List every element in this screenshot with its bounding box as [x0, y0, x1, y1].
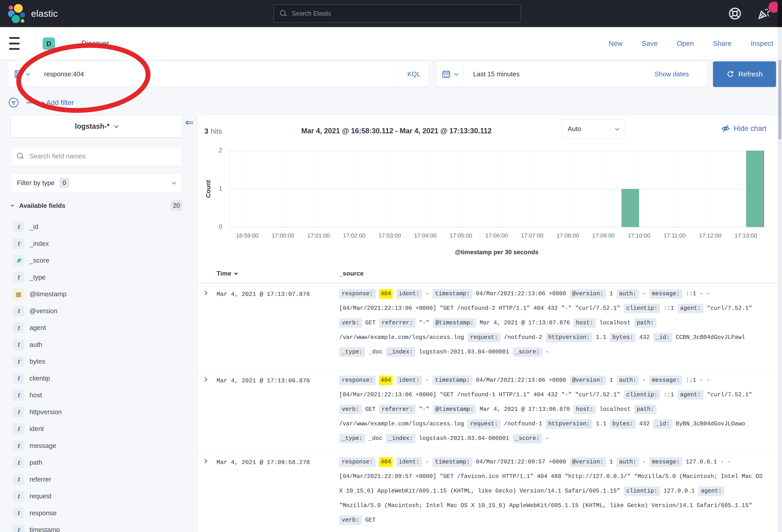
field-list-item[interactable]: t httpversion — [0, 404, 198, 421]
field-list-item[interactable]: t path — [0, 454, 198, 471]
field-name: bytes — [30, 358, 45, 365]
source-token: localhost — [599, 406, 631, 413]
field-list-item[interactable]: t @version — [0, 303, 198, 319]
save-query-icon — [14, 70, 23, 78]
filter-by-type[interactable]: Filter by type 0 — [10, 173, 182, 193]
field-type-icon: t — [13, 524, 24, 532]
page-title: Discover — [81, 39, 109, 48]
source-token: bytes: — [610, 333, 636, 342]
field-search-input[interactable] — [24, 152, 182, 160]
global-search[interactable] — [274, 4, 521, 23]
query-bar[interactable]: KQL — [8, 61, 429, 87]
field-type-icon: t — [13, 339, 24, 350]
field-list-item[interactable]: t request — [0, 488, 198, 505]
source-token: @timestamp: — [433, 405, 476, 414]
action-link[interactable]: Inspect — [751, 39, 773, 47]
source-token: _id: — [653, 333, 672, 342]
histogram-plot[interactable] — [229, 151, 764, 227]
filter-icon[interactable] — [8, 97, 19, 108]
x-axis-tick-label: 17:09:00 — [592, 232, 615, 239]
field-list-item[interactable]: t referrer — [0, 471, 198, 488]
expand-row-icon[interactable] — [204, 378, 207, 382]
field-list-item[interactable]: t timestamp — [0, 522, 198, 532]
expand-row-icon[interactable] — [204, 460, 207, 463]
hide-chart-button[interactable]: Hide chart — [721, 124, 767, 133]
time-range-value[interactable]: Last 15 minutes — [464, 70, 654, 78]
field-list-item[interactable]: t message — [0, 438, 198, 454]
app-badge[interactable]: D — [43, 37, 55, 50]
interval-select[interactable]: Auto — [562, 119, 625, 139]
collapse-sidebar-icon[interactable]: ⇐ — [185, 116, 194, 128]
field-type-icon: t — [13, 423, 24, 434]
action-link[interactable]: New — [608, 39, 623, 47]
field-list-item[interactable]: t _type — [0, 269, 198, 286]
action-link[interactable]: Share — [713, 39, 732, 47]
help-icon[interactable] — [728, 7, 742, 20]
show-dates-button[interactable]: Show dates — [654, 70, 707, 78]
source-token: CCBN_3cB04dGovJLPawl — [676, 334, 745, 341]
histogram-bar[interactable] — [621, 189, 639, 227]
source-token: 404 — [379, 376, 393, 385]
elastic-logo-icon[interactable] — [8, 4, 28, 24]
saved-query-menu[interactable] — [8, 62, 35, 87]
menu-icon[interactable] — [9, 37, 20, 50]
field-list-item[interactable]: t auth — [0, 336, 198, 353]
scrollbar-thumb[interactable] — [778, 60, 781, 140]
available-fields-count-badge: 20 — [171, 200, 182, 211]
source-token: 1 — [609, 377, 613, 384]
table-row[interactable]: Mar 4, 2021 @ 17:13:07.876 response: 404… — [198, 283, 782, 370]
time-column-header[interactable]: Time — [217, 270, 238, 277]
source-token: auth: — [616, 289, 639, 299]
query-input[interactable] — [35, 70, 399, 78]
source-token: - — [426, 459, 429, 465]
field-list-item[interactable]: t _id — [0, 218, 198, 235]
x-axis-tick-label: 17:05:00 — [450, 232, 472, 239]
filter-bar: + Add filter — [8, 93, 74, 112]
table-row[interactable]: Mar 4, 2021 @ 17:09:58.278 response: 404… — [198, 452, 782, 532]
date-picker[interactable]: Last 15 minutes Show dates — [436, 61, 707, 87]
y-axis-tick-label: 1 — [213, 185, 222, 192]
source-token: 404 — [379, 457, 393, 467]
field-list-item[interactable]: # _score — [0, 252, 198, 269]
scrollbar-track-top — [778, 0, 782, 27]
table-row[interactable]: Mar 4, 2021 @ 17:13:06.870 response: 404… — [198, 370, 782, 452]
histogram-bar[interactable] — [746, 151, 763, 227]
field-list-item[interactable]: t response — [0, 505, 198, 522]
add-filter-button[interactable]: + Add filter — [41, 99, 74, 107]
source-token: _type: — [339, 434, 365, 443]
field-type-icon — [13, 289, 24, 300]
chevron-down-icon — [172, 180, 176, 184]
y-axis-tick-label: 0 — [213, 223, 222, 230]
source-token: response: — [339, 457, 376, 467]
field-list-item[interactable]: t _index — [0, 235, 198, 252]
newsfeed-icon[interactable] — [757, 7, 771, 20]
field-list-item[interactable]: t host — [0, 387, 198, 404]
field-list-item[interactable]: t bytes — [0, 353, 198, 370]
source-column-header: _source — [339, 270, 364, 277]
field-search[interactable] — [10, 146, 182, 166]
source-token: _doc — [369, 435, 383, 442]
field-name: _type — [30, 274, 46, 281]
expand-row-icon[interactable] — [204, 292, 207, 295]
field-type-icon: # — [13, 255, 24, 266]
field-list-item[interactable]: t agent — [0, 319, 198, 336]
source-token: path: — [634, 405, 656, 414]
field-list-item[interactable]: t clientip — [0, 370, 198, 387]
action-link[interactable]: Open — [677, 39, 694, 47]
interval-value: Auto — [568, 125, 616, 133]
field-list-item[interactable]: t ident — [0, 420, 198, 438]
available-fields-header[interactable]: Available fields 20 — [11, 199, 182, 212]
x-axis-tick-label: 17:07:00 — [521, 232, 543, 239]
field-name: request — [30, 492, 51, 500]
field-list-item[interactable]: @timestamp — [0, 286, 198, 303]
grid-line-horizontal — [230, 151, 764, 151]
query-language-button[interactable]: KQL — [399, 62, 429, 87]
hits-summary: 3hits — [204, 127, 222, 136]
index-pattern-select[interactable]: logstash-* — [10, 115, 182, 138]
chevron-down-icon — [26, 71, 30, 76]
date-quick-menu[interactable] — [436, 62, 463, 87]
global-search-input[interactable] — [287, 10, 521, 17]
refresh-button[interactable]: Refresh — [713, 61, 776, 87]
source-token: GET — [365, 319, 376, 326]
action-link[interactable]: Save — [642, 39, 657, 47]
